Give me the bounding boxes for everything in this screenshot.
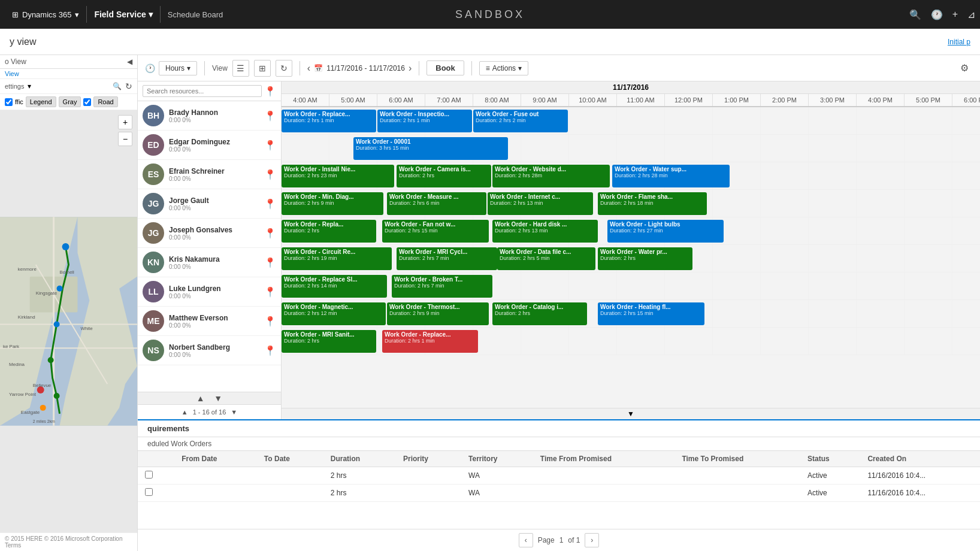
zoom-out-btn[interactable]: − xyxy=(118,132,132,146)
scroll-indicator: ▲ ▼ xyxy=(138,392,281,404)
list-view-btn[interactable]: ☰ xyxy=(232,60,249,77)
resource-item[interactable]: LL Luke Lundgren 0:00 0% 📍 xyxy=(138,277,281,307)
work-order-block[interactable]: Work Order - Heating fl... Duration: 2 h… xyxy=(598,302,704,325)
timeline-cell xyxy=(809,107,857,134)
work-order-block[interactable]: Work Order - MRI Sanit... Duration: 2 hr… xyxy=(282,330,376,353)
priority-cell xyxy=(396,485,461,502)
gray-btn[interactable]: Gray xyxy=(59,96,81,107)
work-order-block[interactable]: Work Order - Hard disk ... Duration: 2 h… xyxy=(492,220,598,243)
work-order-block[interactable]: Work Order - Fuse out Duration: 2 hrs 2 … xyxy=(473,110,568,132)
refresh-btn[interactable]: ↻ xyxy=(276,60,292,77)
status-cell[interactable]: Active xyxy=(800,485,860,502)
work-order-title: Work Order - Catalog i... xyxy=(495,304,585,310)
work-order-title: Work Order - Broken T... xyxy=(394,276,490,283)
work-order-block[interactable]: Work Order - Inspectio... Duration: 2 hr… xyxy=(377,110,472,132)
work-order-block[interactable]: Work Order - Internet c... Duration: 2 h… xyxy=(488,192,593,215)
svg-text:Medina: Medina xyxy=(9,362,25,367)
resource-item[interactable]: JG Jorge Gault 0:00 0% 📍 xyxy=(138,189,281,219)
checkbox-cell[interactable] xyxy=(138,467,174,485)
work-order-block[interactable]: Work Order - MRI Cycl... Duration: 2 hrs… xyxy=(397,247,497,270)
work-order-block[interactable]: Work Order - Data file c... Duration: 2 … xyxy=(497,247,595,270)
work-order-block[interactable]: Work Order - Website d... Duration: 2 hr… xyxy=(492,165,610,187)
col-duration: Duration xyxy=(323,451,396,467)
resource-meta: 0:00 0% xyxy=(169,293,259,299)
resource-item[interactable]: ED Edgar Dominguez 0:00 0% 📍 xyxy=(138,131,281,160)
checkbox-cell[interactable] xyxy=(138,485,174,502)
collapse-resources-btn[interactable]: ▼ xyxy=(210,393,223,403)
work-order-duration: Duration: 2 hrs 19 min xyxy=(284,255,389,261)
work-order-block[interactable]: Work Order - Fan not w... Duration: 2 hr… xyxy=(382,220,489,243)
work-order-block[interactable]: Work Order - Replace... Duration: 2 hrs … xyxy=(382,330,478,353)
view-tab[interactable]: View xyxy=(0,69,137,79)
map-header: o View ◀ xyxy=(0,55,137,69)
actions-btn[interactable]: ≡ Actions ▾ xyxy=(479,61,528,75)
resource-item[interactable]: KN Kris Nakamura 0:00 0% 📍 xyxy=(138,248,281,277)
work-order-block[interactable]: Work Order - Min. Diag... Duration: 2 hr… xyxy=(282,192,383,215)
work-order-block[interactable]: Work Order - Magnetic... Duration: 2 hrs… xyxy=(282,302,386,325)
timeline-row: Work Order - Min. Diag... Duration: 2 hr… xyxy=(282,190,980,217)
next-date-btn[interactable]: › xyxy=(409,63,412,74)
prev-page-btn[interactable]: ‹ xyxy=(519,533,533,547)
work-order-block[interactable]: Work Order - 00001 Duration: 3 hrs 15 mi… xyxy=(353,137,508,160)
resource-item[interactable]: ES Efrain Schreiner 0:00 0% 📍 xyxy=(138,160,281,189)
status-cell[interactable]: Active xyxy=(800,467,860,485)
map-collapse-btn[interactable]: ◀ xyxy=(127,57,132,66)
work-order-block[interactable]: Work Order - Water sup... Duration: 2 hr… xyxy=(612,165,730,187)
work-order-block[interactable]: Work Order - Thermost... Duration: 2 hrs… xyxy=(387,302,489,325)
grid-view-btn[interactable]: ⊞ xyxy=(254,60,271,77)
work-order-block[interactable]: Work Order - Catalog i... Duration: 2 hr… xyxy=(492,302,587,325)
work-order-block[interactable]: Work Order - Camera is... Duration: 2 hr… xyxy=(397,165,491,187)
resource-info: Kris Nakamura 0:00 0% xyxy=(169,255,259,270)
work-order-block[interactable]: Work Order - Water pr... Duration: 2 hrs xyxy=(598,247,692,270)
work-order-block[interactable]: Work Order - Broken T... Duration: 2 hrs… xyxy=(392,275,492,298)
next-page-btn[interactable]: › xyxy=(585,533,599,547)
resource-item[interactable]: JG Joseph Gonsalves 0:00 0% 📍 xyxy=(138,219,281,248)
dynamics-nav[interactable]: ⊞ Dynamics 365 ▾ xyxy=(5,10,86,19)
work-order-duration: Duration: 2 hrs xyxy=(399,172,489,178)
work-order-block[interactable]: Work Order - Light bulbs Duration: 2 hrs… xyxy=(607,220,724,243)
resource-search-input[interactable] xyxy=(143,85,262,97)
history-icon[interactable]: 🕐 xyxy=(931,9,943,20)
timeline-cell xyxy=(761,162,809,189)
legend-btn[interactable]: Legend xyxy=(26,96,56,107)
hours-btn[interactable]: Hours ▾ xyxy=(159,61,197,75)
resource-item[interactable]: ME Matthew Everson 0:00 0% 📍 xyxy=(138,307,281,336)
settings-btn[interactable]: ⚙ xyxy=(956,60,973,77)
book-btn[interactable]: Book xyxy=(427,60,464,75)
resource-item[interactable]: NS Norbert Sandberg 0:00 0% 📍 xyxy=(138,336,281,365)
work-order-block[interactable]: Work Order - Flame sha... Duration: 2 hr… xyxy=(598,192,707,215)
created-cell: 11/16/2016 10:4... xyxy=(860,467,980,485)
work-order-block[interactable]: Work Order - Replace... Duration: 2 hrs … xyxy=(282,110,376,132)
timeline-row: Work Order - Circuit Re... Duration: 2 h… xyxy=(282,245,980,273)
prev-date-btn[interactable]: ‹ xyxy=(307,63,310,74)
work-order-block[interactable]: Work Order - Circuit Re... Duration: 2 h… xyxy=(282,247,392,270)
work-order-duration: Duration: 2 hrs 18 min xyxy=(600,200,704,206)
initial-link[interactable]: Initial p xyxy=(948,38,970,46)
search-icon[interactable]: 🔍 xyxy=(909,9,921,20)
territory-cell[interactable]: WA xyxy=(461,485,533,502)
work-order-block[interactable]: Work Order - Measure ... Duration: 2 hrs… xyxy=(387,192,486,215)
field-service-nav[interactable]: Field Service ▾ xyxy=(87,10,159,19)
territory-cell[interactable]: WA xyxy=(461,467,533,485)
resource-item[interactable]: BH Brady Hannon 0:00 0% 📍 xyxy=(138,101,281,131)
expand-resources-btn[interactable]: ▲ xyxy=(196,393,210,403)
work-order-block[interactable]: Work Order - Replace Sl... Duration: 2 h… xyxy=(282,275,387,298)
work-order-block[interactable]: Work Order - Install Nie... Duration: 2 … xyxy=(282,165,394,187)
filter-icon[interactable]: ⊿ xyxy=(967,9,975,20)
map-search-icon[interactable]: 🔍 xyxy=(113,82,122,90)
scroll-down-icon[interactable]: ▼ xyxy=(627,410,634,418)
toolbar-sep-1 xyxy=(204,61,205,75)
resource-search-bar: 📍 xyxy=(138,81,281,101)
work-order-block[interactable]: Work Order - Repla... Duration: 2 hrs xyxy=(282,220,376,243)
timeline-cell xyxy=(905,135,952,162)
refresh-icon[interactable]: ↻ xyxy=(125,81,132,91)
road-btn[interactable]: Road xyxy=(93,96,117,107)
svg-point-14 xyxy=(40,405,46,411)
avatar: BH xyxy=(143,105,164,126)
timeline-cell xyxy=(761,135,809,162)
traffic-checkbox[interactable] xyxy=(5,98,13,106)
road-checkbox[interactable] xyxy=(83,98,91,106)
zoom-in-btn[interactable]: + xyxy=(118,115,132,129)
work-order-duration: Duration: 2 hrs 13 min xyxy=(490,200,591,206)
plus-icon[interactable]: + xyxy=(952,9,958,20)
